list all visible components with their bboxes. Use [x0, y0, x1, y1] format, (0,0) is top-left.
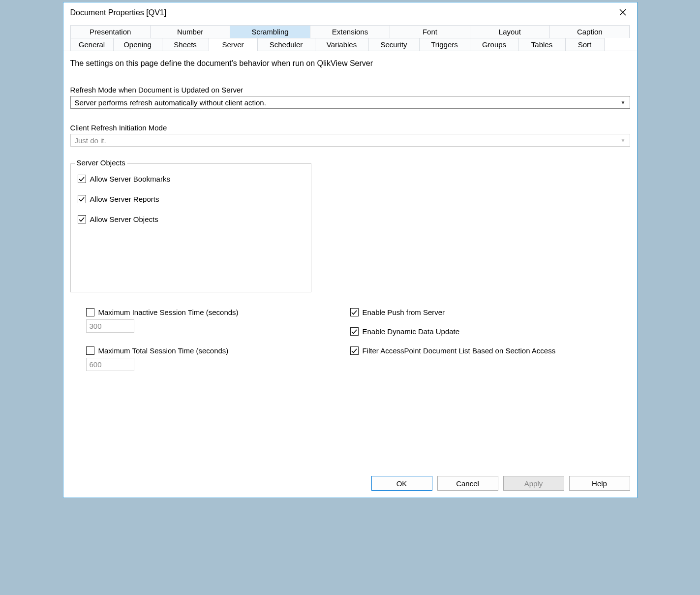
close-icon	[619, 9, 626, 16]
lower-columns: Maximum Inactive Session Time (seconds) …	[70, 308, 630, 385]
allow-server-objects-row: Allow Server Objects	[78, 215, 304, 223]
allow-server-bookmarks-row: Allow Server Bookmarks	[78, 175, 304, 183]
tab-sheets[interactable]: Sheets	[162, 38, 209, 51]
max-inactive-label: Maximum Inactive Session Time (seconds)	[98, 308, 239, 316]
refresh-mode-value: Server performs refresh automatically wi…	[75, 98, 266, 107]
server-objects-groupbox: Server Objects Allow Server Bookmarks Al…	[70, 163, 311, 292]
tab-layout[interactable]: Layout	[470, 25, 550, 38]
tab-scrambling[interactable]: Scrambling	[230, 25, 310, 38]
enable-dynamic-row: Enable Dynamic Data Update	[350, 327, 630, 336]
server-objects-legend: Server Objects	[75, 158, 127, 167]
allow-server-reports-row: Allow Server Reports	[78, 195, 304, 203]
tab-security[interactable]: Security	[368, 38, 420, 51]
filter-access-checkbox[interactable]	[350, 346, 359, 355]
tab-groups[interactable]: Groups	[470, 38, 519, 51]
tab-tables[interactable]: Tables	[518, 38, 566, 51]
tab-presentation[interactable]: Presentation	[70, 25, 151, 38]
right-column: Enable Push from Server Enable Dynamic D…	[350, 308, 630, 385]
tab-caption[interactable]: Caption	[549, 25, 630, 38]
allow-server-reports-checkbox[interactable]	[78, 195, 86, 203]
allow-server-reports-label: Allow Server Reports	[90, 195, 159, 203]
refresh-mode-label: Refresh Mode when Document is Updated on…	[70, 86, 630, 94]
apply-button: Apply	[503, 476, 564, 491]
tab-extensions[interactable]: Extensions	[310, 25, 390, 38]
enable-push-checkbox[interactable]	[350, 308, 359, 316]
titlebar: Document Properties [QV1]	[63, 2, 637, 25]
enable-push-row: Enable Push from Server	[350, 308, 630, 316]
max-total-block: Maximum Total Session Time (seconds)	[86, 346, 350, 371]
allow-server-objects-label: Allow Server Objects	[90, 215, 158, 223]
tab-sort[interactable]: Sort	[565, 38, 605, 51]
server-tab-content: The settings on this page define the doc…	[63, 51, 637, 469]
enable-dynamic-checkbox[interactable]	[350, 327, 359, 336]
button-bar: OK Cancel Apply Help	[63, 469, 637, 498]
tab-number[interactable]: Number	[150, 25, 230, 38]
max-total-checkbox[interactable]	[86, 346, 94, 355]
filter-access-label: Filter AccessPoint Document List Based o…	[363, 346, 556, 355]
tab-row-top: PresentationNumberScramblingExtensionsFo…	[70, 25, 630, 38]
allow-server-bookmarks-checkbox[interactable]	[78, 175, 86, 183]
allow-server-objects-checkbox[interactable]	[78, 215, 86, 223]
chevron-down-icon: ▼	[621, 138, 626, 143]
tabs-area: PresentationNumberScramblingExtensionsFo…	[63, 25, 637, 51]
document-properties-dialog: Document Properties [QV1] PresentationNu…	[63, 2, 638, 498]
chevron-down-icon: ▼	[621, 100, 626, 105]
server-intro-text: The settings on this page define the doc…	[70, 59, 630, 68]
cancel-button[interactable]: Cancel	[437, 476, 498, 491]
tab-font[interactable]: Font	[390, 25, 470, 38]
ok-button[interactable]: OK	[371, 476, 432, 491]
tab-triggers[interactable]: Triggers	[419, 38, 470, 51]
max-total-input	[86, 358, 134, 371]
enable-push-label: Enable Push from Server	[363, 308, 445, 316]
client-refresh-value: Just do it.	[75, 136, 106, 145]
max-inactive-input	[86, 319, 134, 333]
enable-dynamic-label: Enable Dynamic Data Update	[363, 327, 460, 336]
tab-scheduler[interactable]: Scheduler	[257, 38, 315, 51]
tab-row-bottom: GeneralOpeningSheetsServerSchedulerVaria…	[70, 38, 630, 51]
close-button[interactable]	[615, 7, 630, 18]
tab-variables[interactable]: Variables	[315, 38, 369, 51]
client-refresh-dropdown: Just do it. ▼	[70, 134, 630, 147]
max-inactive-block: Maximum Inactive Session Time (seconds)	[86, 308, 350, 333]
help-button[interactable]: Help	[569, 476, 630, 491]
allow-server-bookmarks-label: Allow Server Bookmarks	[90, 175, 170, 183]
max-total-label: Maximum Total Session Time (seconds)	[98, 346, 229, 355]
max-inactive-checkbox[interactable]	[86, 308, 94, 316]
filter-access-row: Filter AccessPoint Document List Based o…	[350, 346, 630, 355]
tab-general[interactable]: General	[70, 38, 114, 51]
refresh-mode-dropdown[interactable]: Server performs refresh automatically wi…	[70, 96, 630, 109]
tab-server[interactable]: Server	[209, 38, 258, 51]
client-refresh-label: Client Refresh Initiation Mode	[70, 124, 630, 132]
dialog-title: Document Properties [QV1]	[70, 8, 167, 17]
left-column: Maximum Inactive Session Time (seconds) …	[70, 308, 350, 385]
tab-opening[interactable]: Opening	[113, 38, 162, 51]
